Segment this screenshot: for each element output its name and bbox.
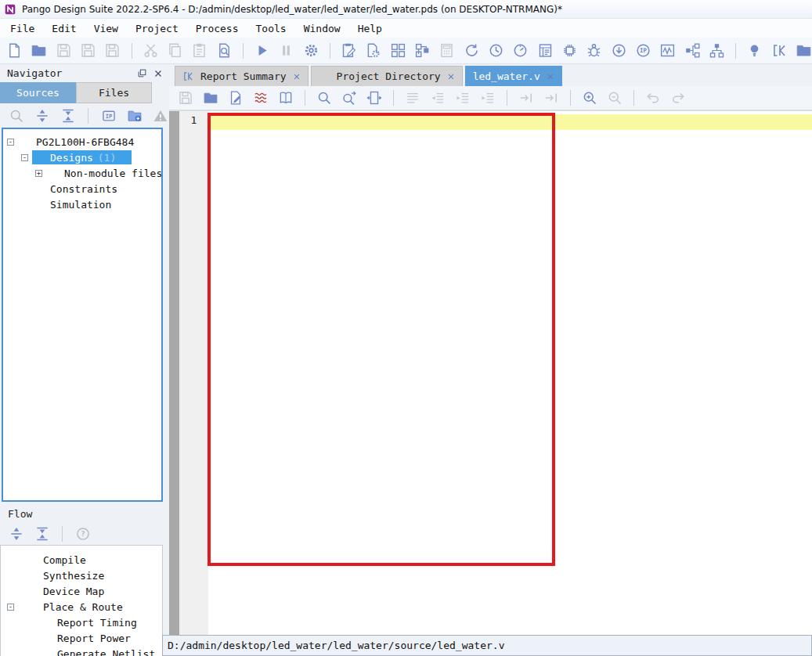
tree-item-compile[interactable]: Compile [1, 552, 162, 568]
timing-constraints-button[interactable] [488, 42, 504, 59]
zoom-in-button[interactable] [581, 89, 598, 106]
open-file-button[interactable] [202, 89, 219, 106]
tab-led-water-v[interactable]: led_water.v [465, 66, 562, 86]
menu-help[interactable]: Help [349, 20, 391, 37]
edit-mode-button[interactable] [227, 89, 244, 106]
line-number-gutter: 1 [179, 111, 208, 635]
panel-splitter[interactable] [164, 64, 169, 635]
collapse-all-button[interactable] [60, 107, 76, 124]
report-viewer-button[interactable] [537, 42, 554, 59]
tips-button[interactable] [746, 42, 763, 59]
bulb-icon [746, 42, 763, 59]
unindent-button[interactable] [429, 89, 446, 106]
find-replace-button[interactable] [341, 89, 358, 106]
block-design-button[interactable] [390, 42, 406, 59]
indent-button[interactable] [454, 89, 471, 106]
check-syntax-button[interactable] [252, 89, 269, 106]
help-button[interactable] [74, 526, 91, 542]
tab-close-button[interactable] [447, 73, 455, 81]
project-directory-button[interactable] [796, 42, 812, 59]
folding-margin[interactable] [169, 111, 179, 635]
preview-button[interactable] [216, 42, 233, 59]
expander-minus[interactable]: - [7, 604, 14, 611]
tree-item-report-power[interactable]: Report Power [1, 630, 162, 646]
expander-minus[interactable]: - [7, 139, 14, 146]
align-lines-button[interactable] [404, 89, 421, 106]
add-ip-button[interactable] [100, 107, 117, 124]
collapse-all-button[interactable] [34, 526, 50, 542]
tab-project-directory[interactable]: Project Directory [311, 66, 463, 86]
rerun-synthesis-button[interactable] [464, 42, 480, 59]
flow-title: Flow [8, 508, 32, 520]
save-file-button[interactable] [177, 89, 194, 106]
copy-button[interactable] [167, 42, 183, 59]
paste-button[interactable] [191, 42, 208, 59]
chip-viewer-button[interactable] [561, 42, 578, 59]
timing-analysis-button[interactable] [512, 42, 529, 59]
new-file-button[interactable] [6, 42, 23, 59]
squiggle-icon [253, 90, 269, 106]
tree-item-generate-netlist[interactable]: Generate Netlist [1, 646, 162, 656]
search-sources-button[interactable] [8, 107, 24, 124]
find-button[interactable] [316, 89, 333, 106]
menu-view[interactable]: View [85, 20, 127, 37]
tree-item-pg2l100h-6fbg484[interactable]: -PG2L100H-6FBG484 [3, 134, 161, 150]
expander-plus[interactable]: + [35, 170, 42, 177]
calculator-button[interactable] [438, 42, 455, 59]
tab-close-button[interactable] [547, 73, 554, 81]
open-project-button[interactable] [31, 42, 47, 59]
close-panel-button[interactable] [152, 67, 164, 80]
tree-item-device-map[interactable]: Device Map [1, 583, 162, 599]
pause-button[interactable] [278, 42, 294, 59]
code-area[interactable] [208, 111, 812, 635]
zoom-out-button[interactable] [606, 89, 623, 106]
design-hierarchy-button[interactable] [709, 42, 725, 59]
tree-item-designs[interactable]: -Designs(1) [3, 150, 161, 165]
tree-item-report-timing[interactable]: Report Timing [1, 615, 162, 630]
shift-left-button[interactable] [543, 89, 560, 106]
block-hierarchy-button[interactable] [414, 42, 431, 59]
edit-constraints-button[interactable] [341, 42, 357, 59]
tab-report-summary[interactable]: Report Summary [175, 66, 309, 86]
menu-file[interactable]: File [2, 20, 43, 37]
settings-button[interactable] [303, 42, 319, 59]
waveform-viewer-button[interactable] [659, 42, 676, 59]
tree-item-label: Compile [43, 554, 86, 566]
tree-item-synthesize[interactable]: Synthesize [1, 568, 162, 583]
harrow-icon [518, 90, 534, 106]
tree-item-non-module-files[interactable]: +Non-module files( [3, 165, 161, 181]
language-templates-button[interactable] [277, 89, 294, 106]
download-bitstream-button[interactable] [611, 42, 627, 59]
save-button[interactable] [56, 42, 72, 59]
report-config-button[interactable] [365, 42, 381, 59]
tree-item-simulation[interactable]: Simulation [3, 196, 161, 212]
save-as-button[interactable] [80, 42, 96, 59]
tree-item-place-route[interactable]: -Place & Route [1, 599, 162, 615]
tab-close-button[interactable] [293, 73, 301, 81]
fit-page-button[interactable] [366, 89, 383, 106]
cut-button[interactable] [143, 42, 159, 59]
menu-edit[interactable]: Edit [43, 20, 85, 37]
navigator-tab-files[interactable]: Files [76, 82, 152, 103]
menu-process[interactable]: Process [187, 20, 247, 37]
report-summary-button[interactable] [771, 42, 788, 59]
debugger-button[interactable] [586, 42, 602, 59]
expander-minus[interactable]: - [21, 154, 28, 161]
tree-item-constraints[interactable]: Constraints [3, 181, 161, 196]
netlist-viewer-button[interactable] [684, 42, 701, 59]
expand-all-button[interactable] [34, 107, 50, 124]
ip-center-button[interactable] [635, 42, 651, 59]
run-flow-button[interactable] [254, 42, 270, 59]
undo-button[interactable] [644, 89, 662, 106]
redo-button[interactable] [669, 89, 687, 106]
save-all-button[interactable] [104, 42, 121, 59]
indent-block-button[interactable] [479, 89, 496, 106]
float-panel-button[interactable] [135, 67, 148, 80]
add-sources-button[interactable] [126, 107, 143, 124]
menu-window[interactable]: Window [295, 20, 349, 37]
menu-project[interactable]: Project [127, 20, 187, 37]
navigator-tab-sources[interactable]: Sources [0, 82, 76, 103]
menu-tools[interactable]: Tools [247, 20, 295, 37]
expand-all-button[interactable] [8, 526, 24, 542]
shift-right-button[interactable] [518, 89, 535, 106]
